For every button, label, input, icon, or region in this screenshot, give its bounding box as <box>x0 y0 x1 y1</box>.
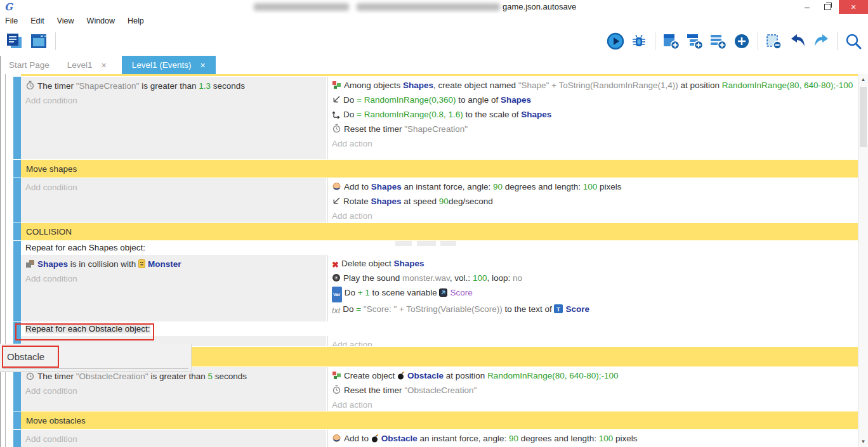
actions-column: Add to Obstacle an instant force, angle:… <box>327 430 858 447</box>
action-row[interactable]: Play the sound monster.wav, vol.: 100, l… <box>332 271 858 286</box>
project-manager-icon[interactable] <box>5 32 24 51</box>
add-condition-button[interactable]: Add condition <box>25 181 326 194</box>
event-selection-bar[interactable] <box>13 430 21 447</box>
conditions-column: Add condition <box>21 178 326 223</box>
undo-icon[interactable] <box>788 32 807 51</box>
action-row[interactable]: Add to Obstacle an instant force, angle:… <box>332 432 858 446</box>
tab-level1[interactable]: Level1× <box>58 56 115 74</box>
comment-row[interactable]: Move shapes <box>21 160 858 178</box>
minimize-button[interactable]: – <box>798 0 816 14</box>
event-text: at position <box>678 81 722 90</box>
menu-file[interactable]: File <box>0 16 24 25</box>
event-selection-bar[interactable] <box>13 223 21 240</box>
tab-start-page[interactable]: Start Page <box>0 56 58 74</box>
add-sub-event-icon[interactable] <box>685 32 704 51</box>
event-text: degrees and length: <box>518 434 599 443</box>
event-text: an instant force, angle: <box>402 182 493 191</box>
event-selection-bar[interactable] <box>13 367 21 411</box>
menu-view[interactable]: View <box>51 16 81 25</box>
close-tab-icon[interactable]: × <box>201 60 206 70</box>
repeat-event-header[interactable]: Repeat for each Shapes object: <box>21 241 858 255</box>
event-text: seconds <box>211 81 245 91</box>
close-tab-icon[interactable]: × <box>102 60 107 70</box>
event-selection-bar[interactable] <box>13 160 21 178</box>
comment-row[interactable]: Move obstacles <box>21 411 858 429</box>
event-text: "Score: " + ToString(Variable(Score)) <box>364 304 503 314</box>
add-action-button[interactable]: Add action <box>332 137 858 150</box>
add-condition-button[interactable]: Add condition <box>25 94 326 107</box>
action-row[interactable]: ✖Delete object Shapes <box>332 257 858 271</box>
close-icon: × <box>851 2 856 12</box>
maximize-button[interactable] <box>819 0 836 14</box>
event-text: "ObstacleCreation" <box>404 385 477 395</box>
play-icon[interactable] <box>606 32 625 51</box>
action-row[interactable]: Create object Obstacle at position Rando… <box>332 369 858 384</box>
event-text: Shapes <box>501 95 531 105</box>
add-condition-button[interactable]: Add condition <box>25 272 326 285</box>
add-circle-icon[interactable] <box>732 32 751 51</box>
add-action-button[interactable]: Add action <box>332 398 858 411</box>
comment-row[interactable]: COLLISION <box>21 223 858 240</box>
comment-text: Move shapes <box>26 164 77 174</box>
action-row[interactable]: VarDo + 1 to scene variable Score <box>332 286 858 302</box>
repeat-header-text: Repeat for each Shapes object: <box>25 243 145 252</box>
event-text: Obstacle <box>381 434 418 443</box>
menu-help[interactable]: Help <box>121 16 150 25</box>
event-text: to angle of <box>456 95 501 105</box>
tab-level1-events[interactable]: Level1 (Events)× <box>122 56 216 74</box>
menu-window[interactable]: Window <box>81 16 121 25</box>
event-selection-bar[interactable] <box>13 77 21 159</box>
scene-editor-icon[interactable] <box>29 32 48 51</box>
scroll-down-icon[interactable]: ▼ <box>858 439 868 444</box>
event-text: Shapes <box>521 110 551 119</box>
event-text: 90 <box>439 197 449 206</box>
selected-event-outline <box>15 323 154 340</box>
angle-icon <box>332 196 341 209</box>
action-row[interactable]: Reset the timer "ObstacleCreation" <box>332 384 858 398</box>
event-text: 100 <box>599 434 614 443</box>
scale-icon <box>332 109 341 122</box>
sound-icon <box>332 273 341 286</box>
event-text: Score <box>450 288 472 297</box>
event-text: + 1 <box>358 288 370 297</box>
collision-icon <box>25 259 35 272</box>
add-action-button[interactable]: Add action <box>332 209 858 223</box>
debug-icon[interactable] <box>629 32 648 51</box>
action-row[interactable]: Do = RandomInRange(0.8, 1.6) to the scal… <box>332 108 858 122</box>
event-selection-bar[interactable] <box>13 241 21 321</box>
monster-icon <box>138 259 145 272</box>
action-row[interactable]: txtDo = "Score: " + ToString(Variable(Sc… <box>332 302 858 318</box>
add-condition-button[interactable]: Add condition <box>25 432 326 446</box>
redo-icon[interactable] <box>812 32 831 51</box>
add-action-button[interactable]: Add action <box>332 318 858 322</box>
action-row[interactable]: Rotate Shapes at speed 90deg/second <box>332 195 858 209</box>
add-comment-icon[interactable] <box>709 32 728 51</box>
delete-event-icon[interactable] <box>765 32 784 51</box>
add-condition-button[interactable]: Add condition <box>25 384 326 398</box>
add-event-icon[interactable] <box>662 32 681 51</box>
menu-edit[interactable]: Edit <box>24 16 51 25</box>
scrollbar-thumb[interactable] <box>860 87 867 147</box>
event-text: pixels <box>597 182 621 191</box>
redacted-title-segment <box>254 3 349 11</box>
close-button[interactable]: × <box>839 0 868 14</box>
vertical-scrollbar[interactable]: ▲ ▼ <box>858 74 868 447</box>
event-text: RandomInRange(80, 640-80);-100 <box>722 81 853 90</box>
action-row[interactable]: Reset the timer "ShapeCreation" <box>332 122 858 137</box>
text-icon: txt <box>332 304 340 318</box>
event-selection-bar[interactable] <box>13 411 21 429</box>
condition-row[interactable]: Shapes is in collision with Monster <box>25 257 326 272</box>
action-row[interactable]: Among objects Shapes, create object name… <box>332 79 858 93</box>
scroll-up-icon[interactable]: ▲ <box>858 77 868 82</box>
action-row[interactable]: Add to Shapes an instant force, angle: 9… <box>332 180 858 195</box>
event-text: Score <box>565 304 589 314</box>
event-text: degrees and length: <box>503 182 583 191</box>
action-row[interactable]: Do = RandomInRange(0,360) to angle of Sh… <box>332 93 858 108</box>
event-text: is in collision with <box>68 259 138 269</box>
search-icon[interactable] <box>844 32 863 51</box>
comment-text: Move obstacles <box>26 416 86 425</box>
event-selection-bar[interactable] <box>13 178 21 223</box>
add-action-button[interactable]: Add action <box>332 338 858 347</box>
condition-row[interactable]: The timer "ShapeCreation" is greater tha… <box>25 79 326 94</box>
object-name-input[interactable]: Obstacle <box>2 346 59 368</box>
